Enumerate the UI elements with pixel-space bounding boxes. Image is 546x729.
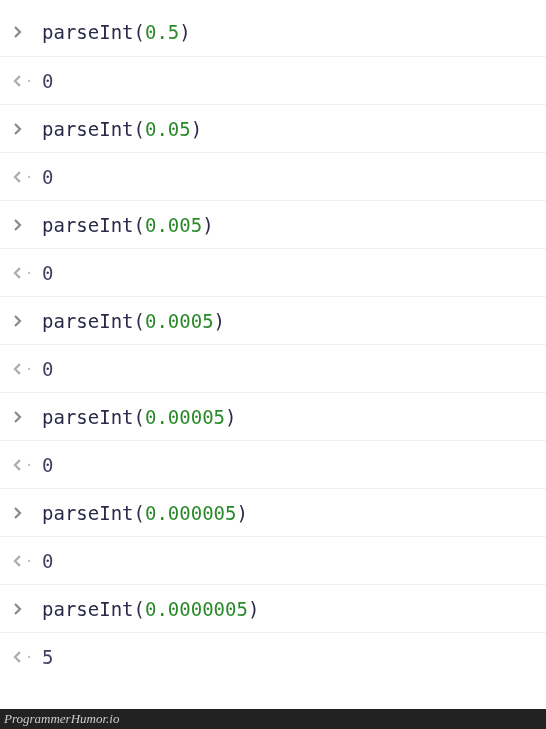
console-output: parseInt(0.5) · 0 parseInt(0.05) · 0 par…: [0, 0, 546, 680]
open-paren: (: [134, 21, 145, 43]
argument-value: 0.00005: [145, 406, 225, 428]
watermark-text: ProgrammerHumor.io: [4, 711, 119, 727]
close-paren: ): [225, 406, 236, 428]
close-paren: ): [236, 502, 247, 524]
input-chevron-icon: [12, 122, 42, 136]
console-input-code: parseInt(0.05): [42, 118, 534, 140]
open-paren: (: [134, 406, 145, 428]
watermark-footer: ProgrammerHumor.io: [0, 709, 546, 729]
close-paren: ): [179, 21, 190, 43]
input-chevron-icon: [12, 602, 42, 616]
console-input-code: parseInt(0.0000005): [42, 598, 534, 620]
input-chevron-icon: [12, 410, 42, 424]
input-chevron-icon: [12, 506, 42, 520]
open-paren: (: [134, 310, 145, 332]
output-chevron-icon: ·: [12, 265, 42, 281]
input-chevron-icon: [12, 314, 42, 328]
output-chevron-icon: ·: [12, 553, 42, 569]
argument-value: 0.0005: [145, 310, 214, 332]
output-chevron-icon: ·: [12, 361, 42, 377]
console-input-row: parseInt(0.0000005): [0, 584, 546, 632]
console-input-code: parseInt(0.005): [42, 214, 534, 236]
output-chevron-icon: ·: [12, 457, 42, 473]
argument-value: 0.000005: [145, 502, 237, 524]
result-value: 0: [42, 550, 534, 572]
result-value: 0: [42, 358, 534, 380]
close-paren: ): [191, 118, 202, 140]
console-output-row: · 0: [0, 56, 546, 104]
open-paren: (: [134, 118, 145, 140]
result-value: 0: [42, 454, 534, 476]
output-chevron-icon: ·: [12, 169, 42, 185]
close-paren: ): [202, 214, 213, 236]
function-name: parseInt: [42, 598, 134, 620]
argument-value: 0.005: [145, 214, 202, 236]
function-name: parseInt: [42, 310, 134, 332]
close-paren: ): [248, 598, 259, 620]
result-value: 0: [42, 70, 534, 92]
console-output-row: · 0: [0, 152, 546, 200]
result-value: 0: [42, 262, 534, 284]
input-chevron-icon: [12, 25, 42, 39]
output-chevron-icon: ·: [12, 649, 42, 665]
console-output-row: · 0: [0, 440, 546, 488]
input-chevron-icon: [12, 218, 42, 232]
argument-value: 0.5: [145, 21, 179, 43]
console-output-row: · 0: [0, 536, 546, 584]
console-input-row: parseInt(0.0005): [0, 296, 546, 344]
result-value: 5: [42, 646, 534, 668]
console-input-row: parseInt(0.5): [0, 8, 546, 56]
function-name: parseInt: [42, 502, 134, 524]
console-input-code: parseInt(0.000005): [42, 502, 534, 524]
open-paren: (: [134, 214, 145, 236]
argument-value: 0.05: [145, 118, 191, 140]
console-output-row: · 5: [0, 632, 546, 680]
console-input-row: parseInt(0.00005): [0, 392, 546, 440]
console-input-row: parseInt(0.000005): [0, 488, 546, 536]
console-input-row: parseInt(0.005): [0, 200, 546, 248]
result-value: 0: [42, 166, 534, 188]
console-input-code: parseInt(0.0005): [42, 310, 534, 332]
function-name: parseInt: [42, 21, 134, 43]
console-output-row: · 0: [0, 248, 546, 296]
console-input-code: parseInt(0.00005): [42, 406, 534, 428]
function-name: parseInt: [42, 118, 134, 140]
function-name: parseInt: [42, 406, 134, 428]
console-input-row: parseInt(0.05): [0, 104, 546, 152]
output-chevron-icon: ·: [12, 73, 42, 89]
function-name: parseInt: [42, 214, 134, 236]
console-output-row: · 0: [0, 344, 546, 392]
close-paren: ): [214, 310, 225, 332]
open-paren: (: [134, 502, 145, 524]
open-paren: (: [134, 598, 145, 620]
argument-value: 0.0000005: [145, 598, 248, 620]
console-input-code: parseInt(0.5): [42, 21, 534, 43]
